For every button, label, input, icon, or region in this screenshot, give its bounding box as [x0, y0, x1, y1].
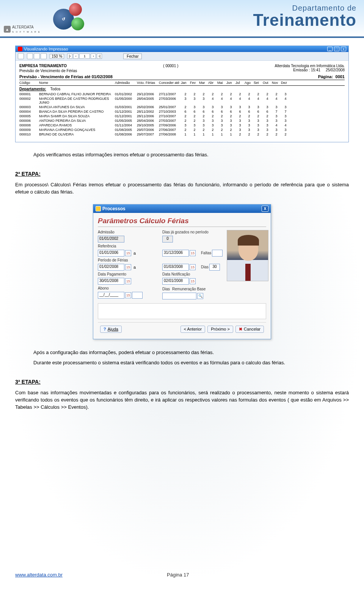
cell-month: 2 [208, 128, 217, 132]
cell-month: 1 [181, 132, 190, 136]
cell-codigo: 000010 [19, 132, 39, 136]
field-data-pag[interactable]: 30/01/2008 [98, 278, 124, 285]
dialog-close-icon[interactable]: x [262, 206, 268, 212]
cell-month: 2 [217, 128, 226, 132]
field-data-notif[interactable]: 02/01/2008 [162, 278, 189, 285]
calendar-icon[interactable]: 15 [125, 264, 131, 270]
cell-nome: MARCOS BREDA DE CASTRO RODRIGUES JUNIO [39, 97, 115, 104]
dialog-status-area [98, 303, 266, 319]
actual-size-icon[interactable] [41, 53, 47, 59]
cell-month: 3 [245, 105, 254, 109]
cell-vcto: 28/11/2006 [137, 114, 159, 118]
report-depto: Departamento: Todos [19, 87, 345, 91]
calendar-icon[interactable]: 15 [190, 264, 196, 270]
header-title-block: Departamento de Treinamento [253, 4, 356, 28]
cell-month: 3 [263, 128, 272, 132]
toolbar-close-button[interactable]: Fechar [123, 54, 142, 59]
cell-month: 6 [181, 110, 190, 113]
cell-conceder: 27/10/2007 [159, 114, 181, 118]
table-row: 000002MARCOS BREDA DE CASTRO RODRIGUES J… [19, 96, 345, 105]
cell-admissao: 01/08/2006 [115, 132, 137, 136]
field-abono[interactable]: __/__/____ [98, 292, 124, 299]
text-after-dialog-1: Após a configuração das informações, pod… [15, 349, 349, 356]
col-month: Jan [181, 81, 190, 85]
cell-month: 3 [208, 119, 217, 123]
calendar-icon[interactable]: 15 [190, 278, 196, 284]
calendar-icon[interactable]: 15 [125, 250, 131, 256]
field-per-ini[interactable]: 01/02/2008 [98, 264, 124, 271]
field-per-fim[interactable]: 01/03/2008 [162, 264, 189, 271]
cell-nome: MARIA SAMIR DA SILVA SOUZA [39, 114, 115, 118]
next-page-icon[interactable]: › [91, 54, 96, 59]
lookup-icon[interactable]: 🔍 [197, 293, 203, 299]
report-column-headers: Código Nome Admissão Vcto. Férias Conced… [19, 80, 345, 86]
field-remun[interactable] [162, 293, 196, 299]
cell-month: 1 [226, 132, 235, 136]
calendar-icon[interactable]: 15 [125, 278, 131, 284]
employee-photo [227, 230, 268, 281]
fit-page-icon[interactable] [27, 53, 33, 59]
calendar-icon[interactable]: 15 [125, 292, 131, 298]
zoom-value[interactable]: 150 % [50, 54, 64, 59]
cell-month: 1 [208, 132, 217, 136]
cell-admissao: 01/11/2004 [115, 123, 137, 127]
field-dias[interactable]: 30 [209, 264, 220, 271]
first-page-icon[interactable]: |‹ [67, 54, 72, 59]
cell-conceder: 27/06/2007 [159, 128, 181, 132]
dialog-title: Processos [102, 206, 126, 211]
cell-month: 3 [199, 123, 208, 127]
anterior-button[interactable]: < Anterior [180, 326, 205, 333]
field-admissao: 01/01/2002 [98, 236, 124, 243]
cell-month: 2 [181, 92, 190, 96]
cell-month: 3 [254, 119, 263, 123]
cell-month: 2 [190, 128, 199, 132]
report-toolbar: 150 % |‹ ‹ 1 › ›| Fechar [16, 52, 348, 61]
cell-admissao: 01/03/2001 [115, 105, 137, 109]
cell-month: 3 [272, 114, 281, 118]
minimize-icon[interactable]: _ [327, 47, 333, 51]
app-icon [18, 47, 22, 51]
cell-month: 3 [281, 114, 290, 118]
close-icon[interactable]: x [341, 47, 346, 51]
label-remun: Remuneração Base [172, 287, 206, 291]
field-faltas[interactable] [212, 250, 223, 257]
cancelar-button[interactable]: ✖ Cancelar [235, 326, 264, 333]
ajuda-button[interactable]: ? Ajuda [100, 326, 122, 333]
proximo-label: Próximo > [211, 327, 230, 331]
fit-width-icon[interactable] [34, 53, 40, 59]
cell-month: 3 [281, 128, 290, 132]
ajuda-label: Ajuda [108, 327, 118, 331]
proximo-button[interactable]: Próximo > [207, 326, 233, 333]
report-window-title: Visualizando Impressao [24, 47, 68, 51]
cell-nome: BERNADO CABRAL FILHO JUNIOR PEREIRA [39, 92, 115, 96]
label-dias-gozados: Dias já gozados no período [162, 230, 223, 234]
maximize-icon[interactable]: □ [334, 47, 339, 51]
label-a: a [132, 251, 137, 255]
prev-page-icon[interactable]: ‹ [73, 54, 78, 59]
table-row: 000004BIANCA DA SILVA PEREIRA DE CASTRO0… [19, 109, 345, 114]
last-page-icon[interactable]: ›| [97, 54, 102, 59]
table-row: 000001BERNADO CABRAL FILHO JUNIOR PEREIR… [19, 92, 345, 96]
cell-month: 6 [217, 110, 226, 113]
cell-month: 6 [245, 110, 254, 113]
cell-month: 3 [226, 119, 235, 123]
header-circles-icon: ↺ [53, 3, 87, 37]
field-ref-fim[interactable]: 31/12/2006 [162, 250, 189, 257]
field-ref-ini[interactable]: 01/01/2006 [98, 250, 124, 257]
page-number-input[interactable]: 1 [79, 54, 90, 59]
cell-month: 3 [226, 123, 235, 127]
header-banner: ▲ ALTERDATA S O F T W A R E ↺ Departamen… [0, 0, 364, 38]
cell-conceder: 25/01/2007 [159, 105, 181, 109]
stage2-body: Em processos\ Cálculos\ Férias iremos ef… [15, 181, 349, 196]
calendar-icon[interactable]: 15 [190, 250, 196, 256]
emission-time: 15:41 [311, 68, 320, 72]
print-icon[interactable] [18, 53, 24, 59]
cell-month: 2 [181, 128, 190, 132]
cell-month: 3 [254, 105, 263, 109]
company-small-sub: S O F T W A R E [12, 31, 41, 33]
field-dias2[interactable] [132, 292, 143, 299]
cell-month: 4 [272, 97, 281, 104]
cell-conceder: 27/11/2007 [159, 92, 181, 96]
cell-month: 3 [235, 119, 245, 123]
footer-url[interactable]: www.alterdata.com.br [15, 572, 63, 578]
